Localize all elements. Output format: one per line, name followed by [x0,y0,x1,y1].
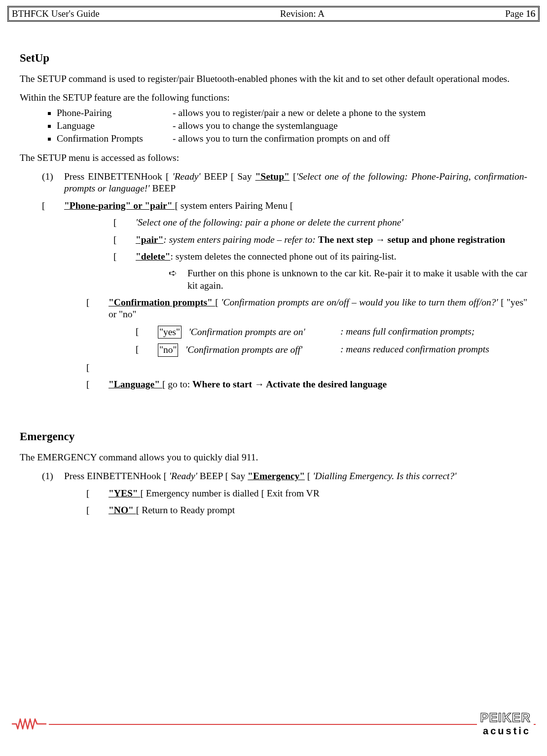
logo-line-2: acustic [480,725,531,737]
arrow-icon: ➪ [158,267,187,292]
step-body: Press EINBETTENHook [ 'Ready' BEEP [ Say… [64,470,527,482]
text: [ Return to Ready prompt [136,505,235,515]
header-center: Revision: A [280,8,325,19]
step-mark: [ [86,488,109,499]
text: [ [305,471,313,481]
delete-command-row: [ "delete": system deletes the connected… [113,251,527,263]
voice-prompt: 'Confirmation prompts are off' [185,344,302,355]
page-label: Page [505,8,526,19]
voice-command: "YES" [109,488,140,498]
voice-command: "Emergency" [248,471,305,481]
text: [ Emergency number is dialled [ Exit fro… [140,488,319,498]
voice-command: "Confirmation prompts" [109,297,215,307]
text: Press EINBETTENHook [ [64,171,172,182]
list-item: Language- allows you to change the syste… [57,120,527,132]
step-mark: [ [136,326,158,339]
language-row: [ "Language" [ go to: Where to start → A… [86,378,527,390]
step-mark: [ [42,200,64,212]
setup-functions-intro: Within the SETUP feature are the followi… [20,92,527,104]
header-right: Page 1616 [505,8,535,19]
setup-functions-list: Phone-Pairing- allows you to register/pa… [20,107,527,145]
list-item: Confirmation Prompts- allows you to turn… [57,133,527,145]
step-body: "no" 'Confirmation prompts are off' : me… [158,343,527,356]
text: BEEP [150,183,176,193]
text: BEEP [ Say [197,471,248,481]
header-left: BTHFCK User's Guide [12,8,100,19]
emergency-no-row: [ "NO" [ Return to Ready prompt [86,504,527,516]
delete-note-row: ➪ Further on this phone is unknown to th… [158,267,527,292]
voice-prompt: 'Confirmation prompts are on/off – would… [221,297,498,307]
step-mark: [ [136,343,158,356]
note-text: Further on this phone is unknown to the … [187,267,527,292]
step-mark: [ [86,362,109,374]
step-mark: [ [86,504,109,516]
step-mark: (1) [42,470,64,482]
func-desc: - allows you to change the systemlanguag… [173,120,338,132]
emergency-step-1: (1) Press EINBETTENHook [ 'Ready' BEEP [… [42,470,527,482]
voice-command: "delete" [136,251,170,262]
voice-command: "Setup" [255,171,290,182]
step-body: "delete": system deletes the connected p… [136,251,527,263]
func-name: Language [57,120,173,132]
voice-prompt: 'Confirmation prompts are on' [189,327,305,337]
empty-row: [ [86,362,527,374]
voice-command: "NO" [109,505,136,515]
step-mark: (1) [42,171,64,195]
step-body: "Confirmation prompts" [ 'Confirmation p… [109,297,527,321]
voice-prompt: 'Select one of the following: pair a pho… [136,217,527,228]
reference-link: Where to start → Activate the desired la… [192,379,387,389]
list-item: Phone-Pairing- allows you to register/pa… [57,107,527,119]
voice-prompt: 'Dialling Emergency. Is this correct?' [313,471,456,481]
waveform-icon [11,717,49,731]
step-mark: [ [113,217,136,228]
cp-no-row: [ "no" 'Confirmation prompts are off' : … [136,343,527,356]
voice-command: "Phone-paring" or "pair" [64,200,175,211]
step-body: "YES" [ Emergency number is dialled [ Ex… [109,488,527,499]
cp-yes-row: [ "yes" 'Confirmation prompts are on' : … [136,326,527,339]
step-body: "Language" [ go to: Where to start → Act… [109,378,527,390]
func-name: Confirmation Prompts [57,133,173,145]
step-body: "pair": system enters pairing mode – ref… [136,234,527,246]
voice-prompt: 'Ready' [169,471,197,481]
setup-intro: The SETUP command is used to register/pa… [20,73,527,85]
text: : system enters pairing mode – refer to: [163,234,318,245]
text: Press EINBETTENHook [ [64,471,169,481]
brand-logo: PEIKER acustic [477,710,534,737]
step-body: "NO" [ Return to Ready prompt [109,504,527,516]
func-desc: - allows you to register/pair a new or d… [173,107,426,119]
step-body: Press EINBETTENHook [ 'Ready' BEEP [ Say… [64,171,527,195]
step-mark: [ [86,378,109,390]
logo-line-1: PEIKER [480,710,531,725]
voice-command: "pair" [136,234,163,245]
text: [ system enters Pairing Menu [ [175,200,293,211]
pair-command-row: [ "pair": system enters pairing mode – r… [113,234,527,246]
voice-prompt: 'Ready' [172,171,200,182]
emergency-heading: Emergency [20,430,527,444]
setup-step-1: (1) Press EINBETTENHook [ 'Ready' BEEP [… [42,171,527,195]
page-header: BTHFCK User's Guide Revision: A Page 161… [7,6,540,22]
emergency-intro: The EMERGENCY command allows you to quic… [20,452,527,463]
step-mark: [ [113,251,136,263]
page-content: SetUp The SETUP command is used to regis… [7,22,540,517]
confirmation-prompts-row: [ "Confirmation prompts" [ 'Confirmation… [86,297,527,321]
reference-link: The next step → setup and phone registra… [318,234,505,245]
step-body [109,362,527,374]
step-body: "yes" 'Confirmation prompts are on' : me… [158,326,527,339]
step-mark: [ [86,297,109,321]
emergency-yes-row: [ "YES" [ Emergency number is dialled [ … [86,488,527,499]
text: [ go to: [162,379,192,389]
step-body: "Phone-paring" or "pair" [ system enters… [64,200,527,212]
page-number: 1616 [526,8,535,19]
text: [ [215,297,221,307]
phone-pairing-row: [ "Phone-paring" or "pair" [ system ente… [42,200,527,212]
pairing-prompt-row: [ 'Select one of the following: pair a p… [113,217,527,228]
voice-command: "Language" [109,379,162,389]
setup-accessed: The SETUP menu is accessed as follows: [20,152,527,164]
explanation-text: : means full confirmation prompts; [340,326,527,339]
func-desc: - allows you to turn the confirmation pr… [173,133,390,145]
text: BEEP [ Say [201,171,255,182]
step-mark: [ [113,234,136,246]
setup-heading: SetUp [20,51,527,66]
func-name: Phone-Pairing [57,107,173,119]
text: : system deletes the connected phone out… [170,251,396,262]
